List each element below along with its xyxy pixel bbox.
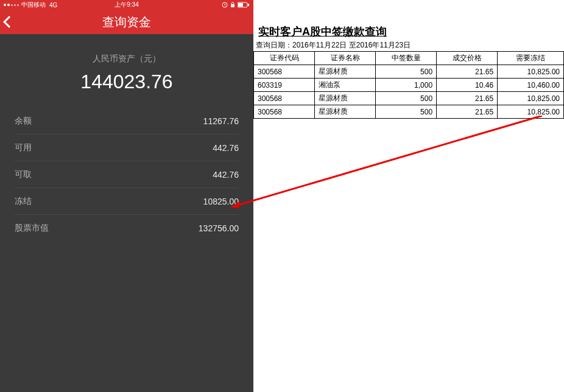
phone-screen: 中国移动 4G 上午9:34 查询资金 人民币资产（元） 144023.76 余… xyxy=(0,0,253,392)
battery-icon xyxy=(238,2,250,8)
cell-qty: 500 xyxy=(376,65,437,79)
lock-icon xyxy=(230,2,236,8)
cell-name: 星源材质 xyxy=(315,92,376,105)
cell-freeze: 10,825.00 xyxy=(498,92,564,105)
table-row: 603319湘油泵1,00010.4610,460.00 xyxy=(254,79,564,92)
summary-block: 人民币资产（元） 144023.76 xyxy=(0,34,253,108)
row-stock-value: 股票市值132756.00 xyxy=(15,215,239,242)
row-value: 442.76 xyxy=(213,143,239,153)
report-title: 实时客户A股中签缴款查询 xyxy=(253,24,564,39)
col-price: 成交价格 xyxy=(437,52,498,65)
cell-freeze: 10,825.00 xyxy=(498,65,564,79)
row-label: 可用 xyxy=(15,142,32,153)
cell-name: 星源材质 xyxy=(315,65,376,79)
row-value: 10825.00 xyxy=(203,197,239,206)
cell-name: 星源材质 xyxy=(315,105,376,119)
summary-label: 人民币资产（元） xyxy=(0,54,253,65)
row-label: 余额 xyxy=(15,116,32,127)
cell-qty: 500 xyxy=(376,105,437,119)
cell-code: 300568 xyxy=(254,105,315,119)
row-label: 可取 xyxy=(15,169,32,180)
col-qty: 中签数量 xyxy=(376,52,437,65)
table-row: 300568星源材质50021.6510,825.00 xyxy=(254,105,564,119)
cell-price: 10.46 xyxy=(437,79,498,92)
row-value: 11267.76 xyxy=(203,116,239,126)
nav-bar: 查询资金 xyxy=(0,10,253,34)
status-bar: 中国移动 4G 上午9:34 xyxy=(0,0,253,10)
col-code: 证券代码 xyxy=(254,52,315,65)
alarm-icon xyxy=(222,2,228,8)
cell-qty: 1,000 xyxy=(376,79,437,92)
cell-name: 湘油泵 xyxy=(315,79,376,92)
signal-dots-icon xyxy=(4,4,19,6)
time-label: 上午9:34 xyxy=(115,1,138,9)
cell-code: 603319 xyxy=(254,79,315,92)
cell-price: 21.65 xyxy=(437,65,498,79)
carrier-label: 中国移动 xyxy=(21,1,46,9)
annotation-arrow xyxy=(231,116,554,213)
svg-rect-1 xyxy=(231,4,234,7)
row-value: 132756.00 xyxy=(199,223,239,233)
query-date: 查询日期：2016年11月22日 至2016年11月23日 xyxy=(253,40,564,51)
cell-price: 21.65 xyxy=(437,105,498,119)
status-right-icons xyxy=(222,2,250,8)
cell-freeze: 10,460.00 xyxy=(498,79,564,92)
row-value: 442.76 xyxy=(213,170,239,180)
table-header-row: 证券代码 证券名称 中签数量 成交价格 需要冻结 xyxy=(254,52,564,65)
row-frozen: 冻结10825.00 xyxy=(15,188,239,215)
svg-line-5 xyxy=(231,116,542,207)
row-balance: 余额11267.76 xyxy=(15,108,239,135)
table-row: 300568星源材质50021.6510,825.00 xyxy=(254,65,564,79)
report-panel: 实时客户A股中签缴款查询 查询日期：2016年11月22日 至2016年11月2… xyxy=(253,24,564,119)
cell-freeze: 10,825.00 xyxy=(498,105,564,119)
row-available: 可用442.76 xyxy=(15,135,239,161)
summary-value: 144023.76 xyxy=(0,71,253,93)
col-name: 证券名称 xyxy=(315,52,376,65)
svg-rect-3 xyxy=(238,3,243,7)
row-label: 股票市值 xyxy=(15,223,49,234)
col-freeze: 需要冻结 xyxy=(498,52,564,65)
svg-rect-4 xyxy=(248,4,249,6)
row-label: 冻结 xyxy=(15,196,32,207)
row-withdrawable: 可取442.76 xyxy=(15,161,239,188)
table-row: 300568星源材质50021.6510,825.00 xyxy=(254,92,564,105)
cell-price: 21.65 xyxy=(437,92,498,105)
report-table: 证券代码 证券名称 中签数量 成交价格 需要冻结 300568星源材质50021… xyxy=(253,51,564,119)
network-label: 4G xyxy=(49,2,57,9)
back-icon[interactable] xyxy=(3,16,15,28)
cell-code: 300568 xyxy=(254,65,315,79)
nav-title: 查询资金 xyxy=(102,14,151,30)
fund-rows: 余额11267.76 可用442.76 可取442.76 冻结10825.00 … xyxy=(0,108,253,242)
cell-qty: 500 xyxy=(376,92,437,105)
cell-code: 300568 xyxy=(254,92,315,105)
